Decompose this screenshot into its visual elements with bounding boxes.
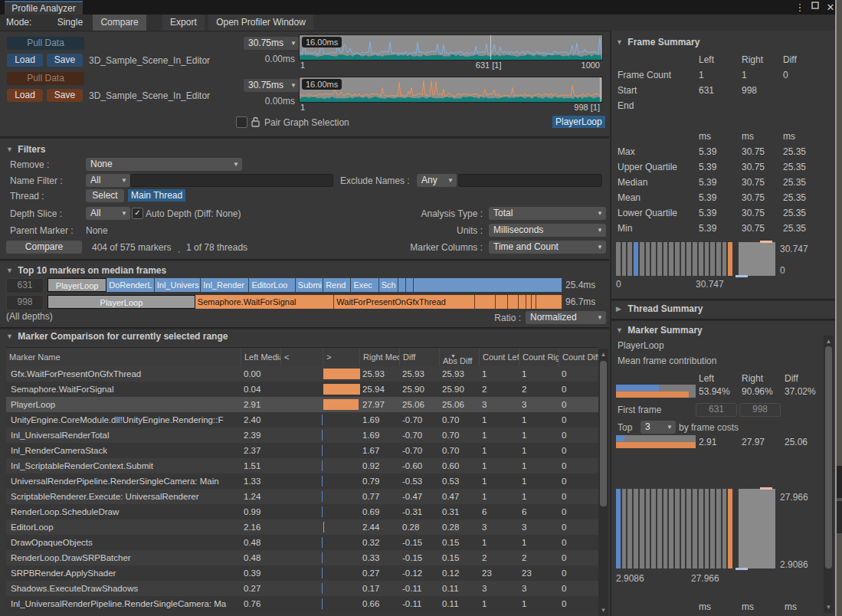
table-row[interactable]: RenderLoop.ScheduleDraw0.990.69-0.310.31… xyxy=(6,504,598,519)
scale-dropdown-left[interactable]: 30.75ms▼ xyxy=(244,37,300,50)
ratio-dropdown[interactable]: Normalized▼ xyxy=(526,311,606,324)
thread-select-button[interactable]: Select xyxy=(86,189,124,202)
table-scrollbar[interactable]: ▲ ▼ xyxy=(598,349,608,616)
table-row[interactable]: UniversalRenderPipeline.RenderSingleCame… xyxy=(6,473,598,489)
lock-icon[interactable] xyxy=(251,116,260,129)
marker-segment[interactable]: Exec xyxy=(351,278,378,292)
marker-segment[interactable]: Rend xyxy=(323,278,351,292)
marker-segment[interactable]: Inl_Render xyxy=(201,278,249,292)
marker-segment[interactable] xyxy=(496,295,509,309)
table-row[interactable]: Inl_RenderCameraStack2.371.67-0.700.7011… xyxy=(6,443,598,458)
marker-segment[interactable] xyxy=(414,278,562,292)
table-row[interactable]: Gfx.WaitForPresentOnGfxThread0.0025.9325… xyxy=(6,366,598,382)
save-button-left[interactable]: Save xyxy=(47,54,83,67)
remove-dropdown[interactable]: None▼ xyxy=(86,158,242,171)
scroll-up-icon[interactable]: ▲ xyxy=(598,351,608,358)
open-profiler-button[interactable]: Open Profiler Window xyxy=(208,15,313,31)
exclude-mode-dropdown[interactable]: Any▼ xyxy=(417,174,457,187)
kebab-menu-icon[interactable]: ⋮ xyxy=(794,2,806,13)
scroll-down-icon[interactable]: ▼ xyxy=(598,607,608,614)
table-row[interactable]: ScriptableRenderer.Execute: UniversalRen… xyxy=(6,489,598,504)
marker-segment[interactable]: Submi xyxy=(296,278,323,292)
column-header-count-left[interactable]: Count Left xyxy=(479,348,519,366)
depth-mode-dropdown[interactable]: All▼ xyxy=(86,207,130,220)
column-header-marker-name[interactable]: Marker Name xyxy=(6,348,241,366)
table-row[interactable]: DrawOpaqueObjects0.480.32-0.150.15110 xyxy=(6,535,598,550)
table-row[interactable]: RenderLoop.DrawSRPBatcher0.480.33-0.150.… xyxy=(6,550,598,565)
frame-number-box[interactable]: 998 xyxy=(6,295,44,310)
pair-graph-checkbox[interactable] xyxy=(236,116,247,128)
top-n-dropdown[interactable]: 3▼ xyxy=(641,421,676,434)
units-dropdown[interactable]: Milliseconds▼ xyxy=(489,224,606,237)
column-header-left-median[interactable]: Left Median xyxy=(241,348,280,366)
scale-dropdown-right[interactable]: 30.75ms▼ xyxy=(244,79,300,92)
mode-single-button[interactable]: Single xyxy=(50,15,90,31)
marker-segment[interactable] xyxy=(508,295,518,309)
exclude-names-input[interactable] xyxy=(458,174,602,187)
frame-graph-left[interactable]: 16.00ms xyxy=(299,34,603,61)
marker-summary-header[interactable]: ▼ Marker Summary xyxy=(616,325,703,336)
table-row[interactable]: UnityEngine.CoreModule.dll!UnityEngine.R… xyxy=(6,412,598,428)
marker-segment[interactable]: WaitForPresentOnGfxThread xyxy=(334,295,474,309)
marker-segment[interactable]: EditorLoo xyxy=(249,278,295,292)
name-filter-mode-dropdown[interactable]: All▼ xyxy=(86,174,130,187)
first-frame-left-button[interactable]: 631 xyxy=(696,403,737,417)
frame-summary-header[interactable]: ▼ Frame Summary xyxy=(616,37,699,48)
marker-segment[interactable] xyxy=(526,295,532,309)
name-filter-input[interactable] xyxy=(130,174,333,187)
marker-segment[interactable] xyxy=(536,295,562,309)
marker-segment[interactable]: Semaphore.WaitForSignal xyxy=(195,295,334,309)
compare-button[interactable]: Compare xyxy=(6,241,82,254)
first-frame-right-button[interactable]: 998 xyxy=(739,403,781,417)
tab-profile-analyzer[interactable]: Profile Analyzer xyxy=(5,1,83,16)
analysis-type-dropdown[interactable]: Total▼ xyxy=(489,207,606,220)
table-row[interactable]: PlayerLoop2.9127.9725.0625.06330 xyxy=(6,397,598,412)
marker-segment[interactable]: DoRenderL xyxy=(106,278,154,292)
selected-marker-chip[interactable]: PlayerLoop xyxy=(552,116,605,128)
load-button-left[interactable]: Load xyxy=(7,54,43,67)
marker-segment[interactable] xyxy=(406,278,414,292)
scrollbar-thumb[interactable] xyxy=(600,361,607,506)
frame-number-box[interactable]: 631 xyxy=(6,278,44,293)
marker-segment[interactable]: PlayerLoop xyxy=(48,278,106,292)
table-row[interactable]: Inl_UniversalRenderTotal2.391.69-0.700.7… xyxy=(6,428,598,443)
auto-depth-checkbox[interactable]: ✓ xyxy=(132,208,143,219)
save-button-right[interactable]: Save xyxy=(47,89,83,102)
column-header--[interactable]: < xyxy=(280,348,323,366)
summary-scrollbar[interactable]: ▲ ▼ xyxy=(824,336,834,613)
column-header-count-diff[interactable]: Count Diff xyxy=(559,348,598,366)
column-header-count-right[interactable]: Count Right xyxy=(519,348,559,366)
table-row[interactable]: Shadows.ExecuteDrawShadows0.270.17-0.110… xyxy=(6,581,598,596)
table-row[interactable]: Inl_UniversalRenderPipeline.RenderSingle… xyxy=(6,596,598,611)
marker-comparison-header[interactable]: ▼ Marker Comparison for currently select… xyxy=(6,331,228,342)
marker-segment[interactable]: Sch xyxy=(379,278,398,292)
marker-columns-dropdown[interactable]: Time and Count▼ xyxy=(489,241,606,254)
export-button[interactable]: Export xyxy=(162,15,205,31)
scrollbar-thumb[interactable] xyxy=(825,346,832,568)
frame-graph-right[interactable]: 16.00ms xyxy=(299,77,603,103)
table-row[interactable]: SRPBRender.ApplyShader0.390.27-0.120.122… xyxy=(6,565,598,581)
pull-data-button-left[interactable]: Pull Data xyxy=(7,37,84,50)
scroll-up-icon[interactable]: ▲ xyxy=(824,338,834,345)
marker-segment[interactable] xyxy=(475,295,496,309)
load-button-right[interactable]: Load xyxy=(7,89,43,102)
column-header-right-median[interactable]: Right Median xyxy=(359,348,399,366)
marker-segment[interactable] xyxy=(519,295,526,309)
marker-segment[interactable]: PlayerLoop xyxy=(48,295,195,309)
column-header--[interactable]: > xyxy=(323,348,359,366)
column-header-diff[interactable]: Diff xyxy=(399,348,439,366)
table-row[interactable]: Semaphore.WaitForSignal0.0425.9425.9025.… xyxy=(6,382,598,397)
marker-segment[interactable]: Inl_Univers xyxy=(155,278,201,292)
marker-segment[interactable] xyxy=(532,295,537,309)
filters-header[interactable]: ▼ Filters xyxy=(6,144,45,155)
top10-header[interactable]: ▼ Top 10 markers on median frames xyxy=(6,265,166,276)
marker-segment[interactable] xyxy=(398,278,407,292)
pull-data-button-right[interactable]: Pull Data xyxy=(7,72,84,85)
scroll-down-icon[interactable]: ▼ xyxy=(824,604,834,611)
table-row[interactable]: EditorLoop2.162.440.280.28330 xyxy=(6,519,598,535)
table-row[interactable]: Inl_ScriptableRenderContext.Submit1.510.… xyxy=(6,458,598,473)
mode-compare-button[interactable]: Compare xyxy=(93,15,146,31)
thread-summary-header[interactable]: ▶ Thread Summary xyxy=(616,303,703,314)
column-header-abs-diff[interactable]: Abs Diff▼ xyxy=(439,348,479,366)
maximize-icon[interactable] xyxy=(809,2,821,11)
